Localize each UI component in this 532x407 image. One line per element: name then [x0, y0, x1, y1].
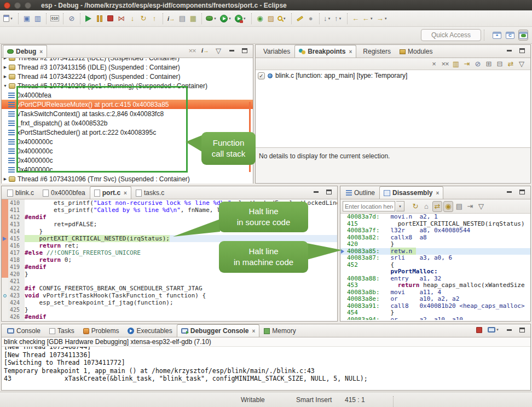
- tab-port-c[interactable]: port.c×: [90, 186, 131, 199]
- view-menu-button[interactable]: ▽: [213, 45, 223, 56]
- collapse-all-button[interactable]: ⊟: [495, 59, 505, 70]
- close-icon[interactable]: ×: [39, 49, 43, 55]
- disassembly-row[interactable]: 40083a94: or a2, a10, a10: [340, 317, 530, 320]
- close-icon[interactable]: ×: [124, 190, 127, 196]
- build-settings-button[interactable]: ●: [306, 13, 316, 24]
- cpp-perspective-button[interactable]: C: [505, 30, 515, 41]
- save-all-button[interactable]: ▥: [33, 13, 43, 24]
- home-button[interactable]: ⌂: [421, 201, 431, 212]
- mark-occurrences-button[interactable]: [295, 13, 305, 24]
- close-icon[interactable]: ×: [252, 328, 255, 334]
- resume-button[interactable]: [84, 13, 94, 24]
- tab-debug[interactable]: Debug ×: [3, 45, 47, 58]
- expand-arrow-icon[interactable]: ▶: [2, 65, 9, 70]
- tab-debugger-console[interactable]: Debugger Console×: [177, 324, 260, 337]
- track-expression-button[interactable]: ◉: [443, 201, 453, 212]
- debug-perspective-button[interactable]: [518, 30, 528, 41]
- show-debug-toolbar-button[interactable]: ▦: [188, 13, 198, 24]
- open-resource-button[interactable]: ▨: [266, 13, 276, 24]
- code-line[interactable]: 422#if CONFIG_FREERTOS_BREAK_ON_SCHEDULE…: [2, 285, 337, 292]
- sync-selection-button[interactable]: ⇄: [432, 201, 442, 212]
- save-button[interactable]: ▣: [22, 13, 32, 24]
- step-into-button[interactable]: ↓: [128, 13, 137, 24]
- maximize-button[interactable]: [517, 186, 527, 197]
- maximize-button[interactable]: [240, 45, 250, 56]
- minimize-button[interactable]: [311, 186, 321, 197]
- step-return-button[interactable]: ↑: [149, 13, 159, 24]
- stack-frame-row[interactable]: 0x4000bfea: [2, 90, 253, 100]
- minimize-window-button[interactable]: [14, 2, 21, 9]
- back-button[interactable]: ←▼: [362, 13, 375, 24]
- next-annotation-button[interactable]: ↓▼: [323, 13, 333, 24]
- remove-all-terminated-button[interactable]: ××: [187, 45, 197, 56]
- instruction-stepping-mode-button[interactable]: ▤: [177, 13, 187, 24]
- code-line[interactable]: 426#endif: [2, 313, 337, 320]
- debug-button[interactable]: ▼: [205, 13, 218, 24]
- skip-all-breakpoints-button[interactable]: ⊘: [67, 13, 77, 24]
- open-type-button[interactable]: ◉: [255, 13, 265, 24]
- console-output[interactable]: [New Thread 1073468744][New Thread 10734…: [2, 347, 530, 389]
- maximize-button[interactable]: [517, 45, 527, 56]
- minimize-button[interactable]: [227, 45, 236, 56]
- view-menu-button[interactable]: ▽: [476, 201, 486, 212]
- remove-breakpoint-button[interactable]: ×: [429, 59, 439, 70]
- dropdown-caret-icon[interactable]: ▼: [10, 17, 13, 20]
- tab-0x4000bfea[interactable]: 0x4000bfea: [38, 186, 90, 199]
- stack-frame-row[interactable]: vTaskSwitchContext() at tasks.c:2,846 0x…: [2, 109, 253, 118]
- open-perspective-button[interactable]: +: [492, 30, 502, 41]
- tab-console[interactable]: Console: [3, 324, 45, 337]
- view-menu-button[interactable]: ▽: [517, 59, 527, 70]
- tab-memory[interactable]: Memory: [259, 324, 300, 337]
- remove-all-breakpoints-button[interactable]: ××: [440, 59, 450, 70]
- new-view-button[interactable]: ▤: [454, 201, 464, 212]
- expand-arrow-icon[interactable]: ▶: [2, 74, 9, 79]
- last-edit-location-button[interactable]: ←: [351, 13, 361, 24]
- tab-tasks[interactable]: Tasks: [45, 324, 79, 337]
- forward-button[interactable]: →▼: [376, 13, 389, 24]
- tab-modules[interactable]: Modules: [395, 45, 437, 58]
- close-button[interactable]: [4, 2, 10, 9]
- location-input[interactable]: [343, 201, 395, 211]
- dropdown-caret-icon[interactable]: ▼: [213, 17, 217, 20]
- stack-frame-row[interactable]: _frxt_dispatch() at 0x4008532b: [2, 118, 253, 128]
- expand-all-button[interactable]: ⊞: [484, 59, 494, 70]
- code-line[interactable]: 425}: [2, 306, 337, 313]
- dropdown-caret-icon[interactable]: ▼: [243, 17, 246, 20]
- expand-arrow-icon[interactable]: ▶: [2, 177, 9, 181]
- minimize-button[interactable]: [504, 186, 514, 197]
- pin-view-button[interactable]: ⇥: [465, 201, 475, 212]
- link-with-debug-button[interactable]: ⇄: [506, 59, 516, 70]
- instruction-stepping-button[interactable]: i→: [200, 45, 210, 56]
- previous-annotation-button[interactable]: ↑▼: [334, 13, 344, 24]
- search-button[interactable]: ▼: [277, 13, 288, 24]
- thread-row[interactable]: ▶Thread #6 1073431096 (Tmr Svc) (Suspend…: [2, 174, 253, 184]
- minimize-button[interactable]: [504, 324, 514, 335]
- dropdown-caret-icon[interactable]: ▼: [228, 17, 232, 20]
- instruction-step-button[interactable]: i→: [166, 13, 176, 24]
- refresh-button[interactable]: ↻: [410, 201, 420, 212]
- tab-tasks-c[interactable]: tasks.c: [131, 186, 169, 199]
- stack-frame-row[interactable]: 0x4000000c: [2, 165, 253, 174]
- thread-row[interactable]: ▶Thread #4 1073432224 (dport) (Suspended…: [2, 72, 253, 81]
- tab-problems[interactable]: Problems: [79, 324, 124, 337]
- breakpoint-row[interactable]: ✓ blink.c [function: app_main] [type: Te…: [258, 72, 528, 79]
- tab-blink-c[interactable]: blink.c: [3, 186, 38, 199]
- maximize-window-button[interactable]: [25, 2, 31, 9]
- dropdown-caret-icon[interactable]: ▼: [283, 17, 286, 20]
- tab-executables[interactable]: Executables: [123, 324, 176, 337]
- disassembly-listing[interactable]: 40083a7d: movi.n a2, 1415 portEXIT_CRITI…: [340, 214, 530, 320]
- terminate-button[interactable]: [106, 13, 115, 24]
- new-button[interactable]: ▼: [3, 13, 15, 24]
- close-icon[interactable]: ×: [436, 190, 439, 196]
- tab-breakpoints[interactable]: Breakpoints×: [294, 45, 356, 58]
- close-icon[interactable]: ×: [349, 49, 352, 55]
- dropdown-caret-icon[interactable]: ▼: [496, 328, 499, 331]
- dropdown-caret-icon[interactable]: ▼: [384, 17, 388, 20]
- quick-access-button[interactable]: Quick Access: [421, 29, 481, 41]
- run-button[interactable]: ▼: [219, 13, 233, 24]
- thread-row[interactable]: ▶Thread #2 1073411312 (IDLE) (Suspended …: [2, 58, 253, 62]
- breakpoint-checkbox[interactable]: ✓: [258, 72, 265, 79]
- external-tools-button[interactable]: ▼: [234, 13, 248, 24]
- disconnect-button[interactable]: ⋈: [117, 13, 126, 24]
- go-to-file-button[interactable]: ⇥: [462, 59, 472, 70]
